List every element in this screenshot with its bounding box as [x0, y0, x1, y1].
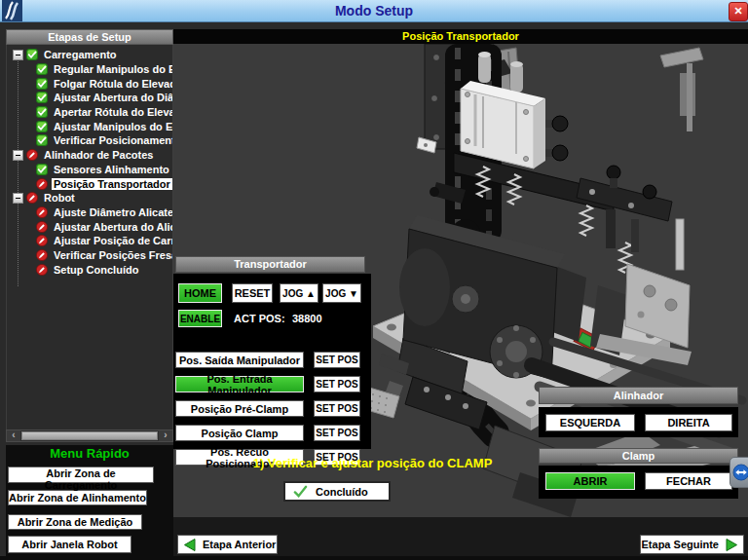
jog-up-button[interactable]: JOG ▲ [280, 283, 318, 303]
check-icon [26, 49, 38, 60]
edit-pencil-icon [36, 221, 48, 233]
enable-button[interactable]: ENABLE [178, 310, 222, 327]
tree-item[interactable]: Robot [7, 191, 172, 205]
tree-item[interactable]: Ajuste Diâmetro Alicate [7, 205, 172, 220]
position-button[interactable]: Pos. Saída Manipulador [175, 352, 304, 368]
tree-item[interactable]: Apertar Rótula do Elevad [7, 105, 172, 120]
edit-pencil-icon [36, 235, 48, 246]
position-button[interactable]: Pos. Entrada Manipulador [175, 376, 304, 392]
tree-item-label: Ajustar Abertura do Alica [52, 221, 172, 233]
tree-item[interactable]: Alinhador de Pacotes [7, 148, 172, 163]
next-arrow-icon [725, 538, 739, 552]
edit-pencil-icon [36, 206, 48, 218]
tree-item[interactable]: Ajustar Abertura do Diâm [7, 91, 172, 105]
position-button[interactable]: Posição Clamp [175, 425, 304, 441]
etapa-anterior-label: Etapa Anterior [203, 539, 276, 550]
set-pos-button[interactable]: SET POS [314, 376, 360, 392]
check-icon [36, 134, 48, 146]
set-pos-button[interactable]: SET POS [314, 425, 360, 441]
esquerda-button[interactable]: ESQUERDA [545, 414, 635, 431]
quick-menu-button[interactable]: Abrir Janela Robot [8, 536, 131, 553]
tree-item[interactable]: Verificar Posicionamento [7, 133, 172, 148]
reset-button[interactable]: RESET [232, 283, 273, 303]
clamp-panel: Clamp ABRIR FECHAR [539, 448, 738, 502]
quick-menu-button[interactable]: Abrir Zona de Alinhamento [8, 490, 147, 505]
transportador-panel-body: HOME RESET JOG ▲ JOG ▼ ENABLE ACT POS: 3… [173, 274, 371, 449]
check-icon [36, 121, 48, 132]
tree-item[interactable]: Regular Manipulos do Elev [7, 62, 172, 77]
act-pos-value: 38800 [292, 313, 322, 324]
setup-steps-header: Etapas de Setup [6, 29, 173, 45]
position-row: Pos. Entrada ManipuladorSET POS [173, 376, 371, 392]
tree-item[interactable]: Carregamento [7, 48, 172, 62]
jog-down-button[interactable]: JOG ▼ [322, 283, 361, 303]
tree-item[interactable]: Folgar Rótula do Elevador [7, 76, 172, 91]
transportador-panel-title: Transportador [175, 256, 365, 273]
tree-item-label: Ajuste Diâmetro Alicate [52, 206, 172, 218]
step-title: Posição Transportador [173, 29, 748, 44]
collapse-toggle[interactable] [13, 193, 23, 204]
tree-item[interactable]: Posição Transportador [7, 176, 172, 191]
alinhador-panel-title: Alinhador [539, 387, 738, 404]
tree-item[interactable]: Setup Concluído [7, 262, 172, 277]
scroll-left-arrow-icon[interactable]: ‹ [7, 430, 20, 441]
set-pos-button[interactable]: SET POS [314, 400, 360, 417]
tree-item-label: Folgar Rótula do Elevador [52, 78, 172, 90]
quick-menu-title: Menu Rápido [6, 445, 173, 463]
tree-item-label: Ajustar Manipulos do Elev [52, 121, 172, 132]
tree-item-label: Regular Manipulos do Elev [52, 63, 172, 75]
set-pos-button[interactable]: SET POS [314, 352, 360, 368]
quick-menu-button[interactable]: Abrir Zona de Carregamento [8, 467, 154, 483]
check-icon [36, 63, 48, 75]
tree-item-label: Setup Concluído [52, 264, 140, 276]
quick-menu: Menu Rápido Abrir Zona de CarregamentoAb… [6, 445, 173, 556]
tree-item-label: Robot [42, 192, 77, 204]
etapa-seguinte-label: Etapa Seguinte [642, 539, 719, 550]
clamp-panel-body: ABRIR FECHAR [539, 466, 738, 499]
prev-arrow-icon [182, 538, 197, 552]
done-button[interactable]: Concluído [283, 481, 391, 502]
position-row: Posição Pré-ClampSET POS [173, 400, 371, 417]
tree-item-label: Posição Transportador [52, 178, 172, 190]
tree-item[interactable]: Ajustar Posição de Carre [7, 234, 172, 248]
tree-item-label: Sensores Alinhamento [52, 164, 171, 175]
edit-pencil-icon [36, 264, 48, 276]
check-icon [36, 164, 48, 175]
tree-horizontal-scrollbar[interactable]: ‹ › [6, 429, 173, 442]
tree-item[interactable]: Verificar Posições Fresa e [7, 248, 172, 263]
clamp-panel-title: Clamp [539, 448, 738, 464]
close-button[interactable]: ✕ [729, 2, 748, 21]
tree-item-label: Alinhador de Pacotes [42, 149, 155, 161]
scrollbar-thumb[interactable] [21, 431, 158, 440]
tree-item[interactable]: Sensores Alinhamento [7, 163, 172, 177]
quick-menu-button[interactable]: Abrir Zona de Medição [8, 514, 142, 530]
minus-icon [16, 55, 20, 56]
collapse-toggle[interactable] [13, 50, 23, 60]
position-row: Posição ClampSET POS [173, 425, 371, 441]
minus-icon [16, 198, 20, 199]
window-title: Modo Setup [0, 0, 748, 21]
tree-item-label: Ajustar Abertura do Diâm [52, 92, 172, 103]
alinhador-panel-body: ESQUERDA DIREITA [539, 407, 738, 437]
tree-item-label: Verificar Posições Fresa e [52, 249, 172, 261]
check-icon [36, 92, 48, 103]
direita-button[interactable]: DIREITA [645, 414, 732, 431]
scroll-right-arrow-icon[interactable]: › [159, 430, 172, 441]
setup-steps-tree: CarregamentoRegular Manipulos do ElevFol… [6, 45, 173, 429]
tree-item[interactable]: Ajustar Manipulos do Elev [7, 119, 172, 133]
fechar-button[interactable]: FECHAR [645, 472, 732, 490]
etapa-anterior-button[interactable]: Etapa Anterior [177, 535, 278, 554]
close-icon: ✕ [733, 5, 742, 17]
position-button[interactable]: Posição Pré-Clamp [175, 400, 304, 417]
home-button[interactable]: HOME [178, 283, 222, 303]
check-icon [293, 484, 308, 499]
tree-item-label: Apertar Rótula do Elevad [52, 106, 172, 118]
etapa-seguinte-button[interactable]: Etapa Seguinte [640, 535, 744, 554]
edit-pencil-icon [36, 249, 48, 261]
tree-item[interactable]: Ajustar Abertura do Alica [7, 219, 172, 234]
remote-control-tab[interactable] [729, 457, 748, 488]
abrir-button[interactable]: ABRIR [545, 472, 635, 490]
tree-item-label: Ajustar Posição de Carre [52, 235, 172, 246]
collapse-toggle[interactable] [13, 150, 23, 161]
remote-arrows-icon [732, 464, 748, 481]
